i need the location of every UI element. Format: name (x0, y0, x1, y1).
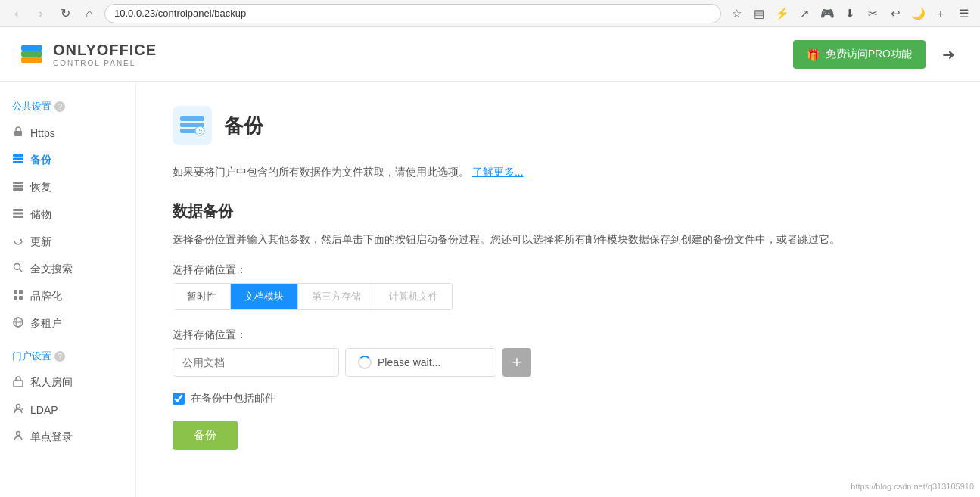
settings-icon[interactable]: ✂ (863, 5, 882, 23)
sidebar-item-ldap[interactable]: LDAP (0, 396, 135, 424)
svg-rect-8 (13, 185, 23, 188)
logout-button[interactable]: ➜ (935, 41, 962, 68)
sidebar-item-multitenant-label: 多租户 (30, 317, 62, 331)
svg-rect-22 (14, 381, 23, 387)
sidebar-item-fulltext-search[interactable]: 全文搜索 (0, 256, 135, 283)
watermark: https://blog.csdn.net/q313105910 (851, 482, 974, 491)
refresh-button[interactable]: ↻ (56, 5, 74, 23)
pro-button-label: 免费访问PRO功能 (826, 48, 912, 61)
section-description: 选择备份位置并输入其他参数，然后单击下面的按钮启动备份过程。您还可以选择将所有邮… (173, 231, 944, 247)
sidebar-item-multitenant[interactable]: 多租户 (0, 310, 135, 337)
include-mail-row: 在备份中包括邮件 (173, 392, 944, 405)
svg-point-13 (14, 264, 20, 270)
sidebar-item-brand-label: 品牌化 (30, 290, 62, 303)
multitenant-icon (12, 316, 24, 331)
sidebar-item-backup-label: 备份 (30, 154, 51, 167)
storage-tab-local[interactable]: 计算机文件 (375, 284, 452, 309)
svg-rect-18 (19, 296, 23, 300)
backup-button[interactable]: 备份 (173, 421, 238, 450)
storage-tab-third[interactable]: 第三方存储 (298, 284, 375, 309)
storage-tab-docs[interactable]: 文档模块 (231, 284, 298, 309)
logo-name: ONLYOFFICE (53, 42, 157, 59)
share-icon[interactable]: ↗ (795, 5, 814, 23)
update-icon (12, 235, 24, 250)
public-settings-help-icon: ? (54, 101, 65, 112)
browser-actions: ☆ ▤ ⚡ ↗ 🎮 ⬇ ✂ ↩ 🌙 + ☰ (727, 5, 972, 23)
svg-point-23 (17, 405, 20, 408)
add-folder-button[interactable]: + (502, 348, 531, 377)
reader-icon[interactable]: ▤ (750, 5, 768, 23)
logo-text: ONLYOFFICE CONTROL PANEL (53, 42, 157, 67)
sidebar-item-sso-label: 单点登录 (30, 430, 73, 444)
svg-rect-17 (14, 296, 17, 300)
pro-button[interactable]: 🎁 免费访问PRO功能 (793, 40, 926, 69)
lightning-icon[interactable]: ⚡ (773, 5, 791, 23)
logo-icon (18, 41, 45, 68)
page-icon: ⏱ (173, 106, 212, 145)
search-icon (12, 262, 24, 277)
sidebar-item-sso[interactable]: 单点登录 (0, 424, 135, 451)
restore-icon (12, 180, 24, 195)
folder-input[interactable] (173, 348, 339, 377)
logo-area: ONLYOFFICE CONTROL PANEL (18, 41, 157, 68)
profile-icon[interactable]: 🎮 (818, 5, 836, 23)
description: 如果要将门户中包含的所有数据作为文件获取，请使用此选项。 了解更多... (173, 163, 944, 180)
lock-icon (12, 126, 24, 141)
menu-icon[interactable]: ☰ (954, 5, 972, 23)
sidebar-item-update[interactable]: 更新 (0, 228, 135, 256)
main-layout: 公共设置 ? Https 备份 恢复 储物 (0, 82, 980, 497)
sidebar-item-storage[interactable]: 储物 (0, 201, 135, 228)
svg-rect-9 (13, 188, 23, 191)
loading-text: Please wait... (378, 356, 440, 368)
sidebar-item-private-room[interactable]: 私人房间 (0, 369, 135, 396)
gift-icon: 🎁 (807, 48, 820, 61)
history-icon[interactable]: ↩ (886, 5, 904, 23)
svg-point-24 (14, 408, 17, 411)
svg-point-25 (20, 408, 23, 411)
bookmark-icon[interactable]: ☆ (727, 5, 745, 23)
svg-rect-10 (13, 209, 23, 211)
page-title: 备份 (224, 113, 263, 139)
svg-rect-15 (14, 290, 17, 294)
learn-more-link[interactable]: 了解更多... (472, 166, 524, 178)
svg-rect-7 (13, 182, 23, 184)
sidebar-item-private-room-label: 私人房间 (30, 376, 73, 390)
back-button[interactable]: ‹ (8, 5, 26, 23)
url-text: 10.0.0.23/controlpanel/backup (114, 8, 246, 19)
svg-rect-5 (13, 158, 23, 160)
storage-tab-temp[interactable]: 暂时性 (173, 284, 231, 309)
sidebar-item-branding[interactable]: 品牌化 (0, 283, 135, 310)
new-tab-icon[interactable]: + (932, 5, 950, 23)
home-button[interactable]: ⌂ (80, 5, 98, 23)
sidebar-item-search-label: 全文搜索 (30, 262, 73, 276)
public-settings-section: 公共设置 ? (0, 100, 135, 120)
sidebar-item-storage-label: 储物 (30, 208, 51, 222)
sidebar-item-backup[interactable]: 备份 (0, 147, 135, 174)
public-settings-label: 公共设置 (12, 100, 51, 113)
section-title: 数据备份 (173, 201, 944, 222)
folder-row: Please wait... + (173, 348, 944, 377)
night-icon[interactable]: 🌙 (909, 5, 927, 23)
svg-rect-16 (19, 290, 23, 294)
svg-rect-2 (21, 45, 42, 51)
spinner-icon (358, 356, 372, 369)
sidebar-item-https-label: Https (30, 127, 55, 139)
include-mail-checkbox[interactable] (173, 393, 185, 405)
sso-icon (12, 430, 24, 445)
storage-icon (12, 207, 24, 222)
sidebar-item-https[interactable]: Https (0, 120, 135, 147)
browser-chrome: ‹ › ↻ ⌂ 10.0.0.23/controlpanel/backup ☆ … (0, 0, 980, 27)
sidebar-item-update-label: 更新 (30, 235, 51, 249)
sidebar-item-restore[interactable]: 恢复 (0, 174, 135, 201)
content-area: ⏱ 备份 如果要将门户中包含的所有数据作为文件获取，请使用此选项。 了解更多..… (136, 82, 980, 497)
backup-icon (12, 153, 24, 168)
download-icon[interactable]: ⬇ (841, 5, 859, 23)
app-header: ONLYOFFICE CONTROL PANEL 🎁 免费访问PRO功能 ➜ (0, 27, 980, 82)
ldap-icon (12, 402, 24, 418)
svg-rect-3 (14, 131, 22, 136)
forward-button[interactable]: › (32, 5, 50, 23)
svg-rect-1 (21, 51, 42, 57)
storage-location-label-2: 选择存储位置： (173, 328, 944, 342)
svg-point-26 (17, 432, 20, 436)
storage-tabs: 暂时性 文档模块 第三方存储 计算机文件 (173, 283, 453, 310)
